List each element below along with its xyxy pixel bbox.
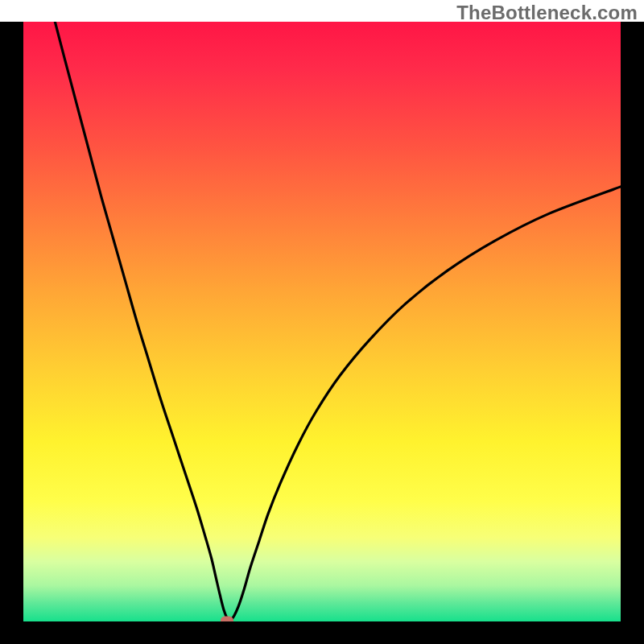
curve-svg [23, 22, 621, 621]
plot-area [23, 22, 621, 621]
watermark-label: TheBottleneck.com [456, 2, 638, 24]
chart-stage: TheBottleneck.com [0, 0, 644, 644]
chart-frame [0, 22, 644, 644]
bottleneck-curve [55, 22, 621, 621]
min-marker [221, 616, 233, 621]
